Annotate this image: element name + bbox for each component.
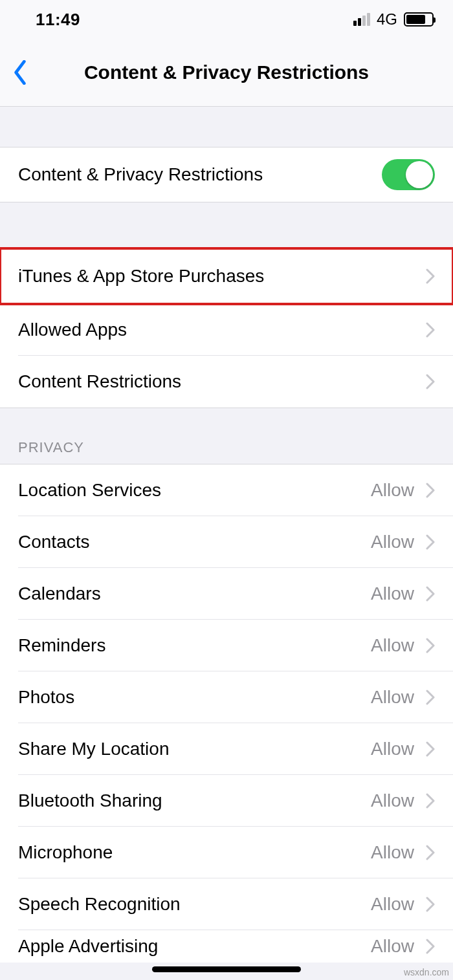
row-label: Content Restrictions	[18, 371, 426, 392]
row-value: Allow	[371, 936, 414, 957]
chevron-right-icon	[426, 939, 435, 954]
battery-icon	[404, 12, 434, 27]
toggle-label: Content & Privacy Restrictions	[18, 164, 382, 185]
network-type: 4G	[377, 10, 397, 28]
speech-recognition-row[interactable]: Speech Recognition Allow	[0, 878, 453, 930]
chevron-right-icon	[426, 845, 435, 860]
row-label: Calendars	[18, 583, 371, 604]
row-value: Allow	[371, 480, 414, 501]
row-label: Reminders	[18, 635, 371, 656]
row-label: Allowed Apps	[18, 320, 426, 340]
status-right: 4G	[353, 10, 434, 28]
reminders-row[interactable]: Reminders Allow	[0, 620, 453, 671]
apple-advertising-row[interactable]: Apple Advertising Allow	[0, 930, 453, 963]
row-value: Allow	[371, 894, 414, 915]
chevron-right-icon	[426, 534, 435, 550]
page-title: Content & Privacy Restrictions	[0, 61, 453, 83]
photos-row[interactable]: Photos Allow	[0, 671, 453, 723]
row-value: Allow	[371, 790, 414, 811]
cellular-signal-icon	[353, 13, 370, 26]
chevron-right-icon	[426, 322, 435, 338]
share-location-row[interactable]: Share My Location Allow	[0, 723, 453, 775]
chevron-left-icon	[13, 60, 27, 85]
row-label: Photos	[18, 687, 371, 708]
privacy-section-header: PRIVACY	[0, 408, 453, 464]
row-value: Allow	[371, 687, 414, 708]
chevron-right-icon	[426, 690, 435, 705]
nav-header: Content & Privacy Restrictions	[0, 39, 453, 107]
chevron-right-icon	[426, 483, 435, 498]
row-label: Bluetooth Sharing	[18, 790, 371, 811]
status-time: 11:49	[36, 10, 80, 30]
contacts-row[interactable]: Contacts Allow	[0, 516, 453, 568]
chevron-right-icon	[426, 638, 435, 653]
row-value: Allow	[371, 583, 414, 604]
toggle-section: Content & Privacy Restrictions	[0, 147, 453, 202]
chevron-right-icon	[426, 268, 435, 284]
section-gap	[0, 107, 453, 147]
row-label: Location Services	[18, 480, 371, 501]
home-indicator[interactable]	[152, 966, 301, 972]
restrictions-section: iTunes & App Store Purchases Allowed App…	[0, 248, 453, 408]
chevron-right-icon	[426, 586, 435, 602]
row-label: Share My Location	[18, 739, 371, 759]
row-label: iTunes & App Store Purchases	[18, 266, 426, 287]
itunes-appstore-row[interactable]: iTunes & App Store Purchases	[0, 248, 453, 304]
row-label: Contacts	[18, 532, 371, 552]
toggle-knob	[406, 161, 433, 188]
calendars-row[interactable]: Calendars Allow	[0, 568, 453, 620]
row-label: Microphone	[18, 842, 371, 863]
chevron-right-icon	[426, 793, 435, 809]
bluetooth-sharing-row[interactable]: Bluetooth Sharing Allow	[0, 775, 453, 827]
chevron-right-icon	[426, 374, 435, 389]
watermark: wsxdn.com	[404, 967, 449, 977]
row-label: Speech Recognition	[18, 894, 371, 915]
row-value: Allow	[371, 532, 414, 552]
privacy-section: Location Services Allow Contacts Allow C…	[0, 464, 453, 963]
row-label: Apple Advertising	[18, 936, 371, 957]
status-bar: 11:49 4G	[0, 0, 453, 39]
row-value: Allow	[371, 842, 414, 863]
chevron-right-icon	[426, 741, 435, 757]
location-services-row[interactable]: Location Services Allow	[0, 464, 453, 516]
content-restrictions-row[interactable]: Content Restrictions	[0, 356, 453, 408]
chevron-right-icon	[426, 897, 435, 912]
content-privacy-toggle-row[interactable]: Content & Privacy Restrictions	[0, 147, 453, 202]
back-button[interactable]	[10, 59, 30, 86]
toggle-switch[interactable]	[382, 159, 435, 190]
section-gap	[0, 202, 453, 248]
row-value: Allow	[371, 739, 414, 759]
microphone-row[interactable]: Microphone Allow	[0, 827, 453, 878]
row-value: Allow	[371, 635, 414, 656]
allowed-apps-row[interactable]: Allowed Apps	[0, 304, 453, 356]
